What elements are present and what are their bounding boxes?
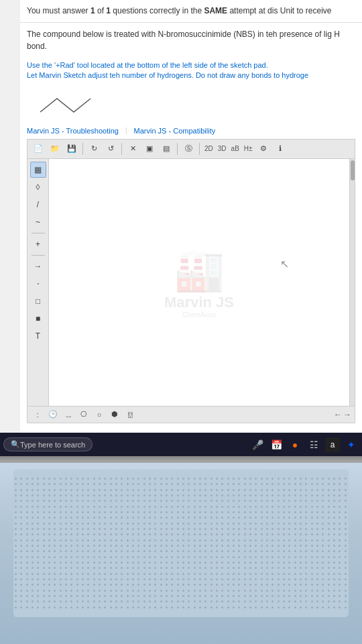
tool-select[interactable]: ▦ bbox=[30, 162, 46, 178]
sep1 bbox=[82, 143, 83, 155]
laptop-bottom bbox=[0, 456, 362, 644]
toolbar-save[interactable]: 💾 bbox=[64, 142, 79, 156]
taskbar-grid-icon[interactable]: ☷ bbox=[306, 437, 321, 452]
question-bar-mid: of bbox=[95, 6, 107, 15]
marvin-logo-icon: 🏭 bbox=[164, 246, 234, 294]
taskbar-dropbox-icon[interactable]: ✦ bbox=[344, 437, 359, 452]
bottom-tools: : 🕒 ⎵ ⎔ ○ ⬢ ⍔ bbox=[31, 408, 137, 421]
marvin-toolbar: 📄 📁 💾 ↻ ↺ ✕ ▣ ▤ Ⓢ 2D 3D aB H± ⚙ ℹ bbox=[27, 139, 355, 158]
zigzag-molecule bbox=[27, 89, 107, 122]
nav-arrows: ← → bbox=[334, 410, 351, 419]
toolbar-copy[interactable]: ▤ bbox=[159, 142, 174, 156]
links-row: Marvin JS - Troubleshooting | Marvin JS … bbox=[20, 125, 362, 139]
question-bar-prefix: You must answer bbox=[27, 6, 90, 15]
toolbar-info[interactable]: ℹ bbox=[273, 142, 288, 156]
instruction-line1: Use the '+Rad' tool located at the botto… bbox=[27, 60, 355, 70]
tool-dot-chain[interactable]: ⋅ bbox=[30, 276, 46, 292]
marvin-canvas-wrapper: ▦ ◊ / ~ + → ⋅ □ ■ T 🏭 Marvin JS ChemAxon bbox=[27, 158, 355, 407]
screen: You must answer 1 of 1 questions correct… bbox=[0, 0, 362, 456]
sep4 bbox=[199, 143, 200, 155]
search-placeholder: Type here to search bbox=[20, 441, 85, 449]
marvin-bottom-bar: : 🕒 ⎵ ⎔ ○ ⬢ ⍔ ← → bbox=[27, 407, 355, 423]
tool-text[interactable]: T bbox=[30, 328, 46, 344]
tool-diamond[interactable]: ◊ bbox=[30, 179, 46, 195]
toolbar-new-file[interactable]: 📄 bbox=[31, 142, 46, 156]
bottom-hexagon2[interactable]: ⬢ bbox=[108, 408, 121, 421]
toolbar-undo[interactable]: ↻ bbox=[86, 142, 101, 156]
link-separator: | bbox=[125, 127, 127, 135]
sep3 bbox=[177, 143, 178, 155]
taskbar-icons: 🎤 📅 ● ☷ a ✦ bbox=[250, 437, 359, 452]
toolbar-cut[interactable]: ✕ bbox=[125, 142, 140, 156]
bottom-hexagon-fill[interactable]: ⍔ bbox=[123, 408, 137, 421]
taskbar-calendar-icon[interactable]: 📅 bbox=[269, 437, 284, 452]
question-bar: You must answer 1 of 1 questions correct… bbox=[20, 0, 362, 23]
toolbar-h-label[interactable]: H± bbox=[243, 145, 254, 152]
taskbar-letter-a[interactable]: a bbox=[325, 437, 340, 452]
taskbar: 🔍 Type here to search 🎤 📅 ● ☷ a ✦ bbox=[0, 433, 362, 456]
toolbar-redo[interactable]: ↺ bbox=[103, 142, 118, 156]
tool-plus[interactable]: + bbox=[30, 236, 46, 252]
sep2 bbox=[121, 143, 122, 155]
sketch-preview bbox=[20, 85, 362, 125]
bottom-circle-open[interactable]: ○ bbox=[93, 408, 106, 421]
nav-left-arrow[interactable]: ← bbox=[334, 410, 342, 419]
instruction-text: Use the '+Rad' tool located at the botto… bbox=[20, 58, 362, 85]
toolbar-copy-single[interactable]: ▣ bbox=[142, 142, 157, 156]
webpage: You must answer 1 of 1 questions correct… bbox=[20, 0, 362, 436]
toolbar-open[interactable]: 📁 bbox=[48, 142, 62, 156]
marvin-right-scrollbar[interactable] bbox=[349, 159, 355, 406]
laptop-hinge bbox=[0, 456, 362, 463]
taskbar-search[interactable]: 🔍 Type here to search bbox=[3, 437, 93, 451]
toolbar-2d-label[interactable]: 2D bbox=[203, 145, 215, 152]
compatibility-link[interactable]: Marvin JS - Compatibility bbox=[134, 127, 216, 135]
scroll-handle[interactable] bbox=[351, 160, 355, 180]
cursor-indicator: ↖ bbox=[280, 258, 289, 270]
marvin-watermark: 🏭 Marvin JS ChemAxon bbox=[164, 246, 234, 319]
taskbar-microphone-icon[interactable]: 🎤 bbox=[250, 437, 265, 452]
chemaxon-label: ChemAxon bbox=[164, 311, 234, 319]
tool-line[interactable]: / bbox=[30, 197, 46, 213]
question-bar-of-end: questions correctly in the bbox=[111, 6, 204, 15]
question-bar-bold2: 1 bbox=[106, 6, 111, 15]
nav-right-arrow[interactable]: → bbox=[343, 410, 351, 419]
question-bar-bold1: 1 bbox=[90, 6, 95, 15]
toolbar-3d-label[interactable]: 3D bbox=[217, 145, 228, 152]
tool-zigzag[interactable]: ~ bbox=[30, 214, 46, 230]
instruction-line2: Let Marvin Sketch adjust teh number of h… bbox=[27, 70, 355, 80]
bottom-hexagon-open[interactable]: ⎔ bbox=[77, 408, 90, 421]
marvin-left-tools: ▦ ◊ / ~ + → ⋅ □ ■ T bbox=[27, 159, 49, 406]
tool-arrow-right[interactable]: → bbox=[30, 258, 46, 274]
question-text: The compound below is treated with N-bro… bbox=[20, 23, 362, 58]
toolbar-search[interactable]: Ⓢ bbox=[181, 142, 196, 156]
tool-square-fill[interactable]: ■ bbox=[30, 311, 46, 327]
tool-square-open[interactable]: □ bbox=[30, 293, 46, 309]
bottom-colon[interactable]: : bbox=[31, 408, 44, 421]
question-bar-same: SAME bbox=[204, 6, 227, 15]
toolbar-settings[interactable]: ⚙ bbox=[256, 142, 271, 156]
speaker-grille bbox=[13, 476, 349, 610]
bottom-template[interactable]: 🕒 bbox=[46, 408, 60, 421]
tool-sep1 bbox=[32, 233, 45, 233]
bottom-pentagon[interactable]: ⎵ bbox=[62, 408, 75, 421]
search-icon: 🔍 bbox=[11, 440, 20, 449]
laptop-keyboard-area bbox=[13, 470, 349, 617]
question-bar-end2: attempt at dis Unit to receive bbox=[227, 6, 331, 15]
troubleshooting-link[interactable]: Marvin JS - Troubleshooting bbox=[27, 127, 119, 135]
marvin-canvas[interactable]: 🏭 Marvin JS ChemAxon ↖ bbox=[49, 159, 349, 406]
tool-sep2 bbox=[32, 255, 45, 256]
taskbar-orange-circle[interactable]: ● bbox=[288, 437, 302, 452]
marvin-logo-text: Marvin JS bbox=[164, 294, 234, 311]
toolbar-ab-label[interactable]: aB bbox=[230, 145, 241, 152]
